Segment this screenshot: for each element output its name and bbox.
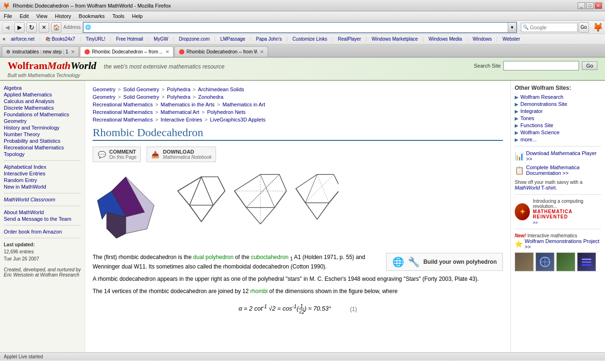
bookmark-winmedia[interactable]: Windows Media: [428, 36, 463, 42]
sidebar-link-geometry[interactable]: Geometry: [2, 118, 83, 124]
minimize-button[interactable]: _: [578, 2, 585, 9]
tab-instructables[interactable]: ⚙ instructables : new step : 1 ✕: [2, 46, 79, 57]
sidebar-link-history[interactable]: History and Terminology: [2, 124, 83, 131]
bookmark-hotmail[interactable]: Free Hotmail: [115, 36, 144, 42]
bc3-art[interactable]: Mathematics in Art: [223, 102, 265, 107]
bookmark-tinyurl[interactable]: TinyURL!: [85, 36, 106, 42]
rs-complete-link[interactable]: Complete Mathematica Documentation >>: [526, 165, 601, 176]
header-search-button[interactable]: Go: [582, 61, 597, 70]
tab-rhombic-active[interactable]: 🔴 Rhombic Dodecahedron -- from ... ✕: [80, 46, 173, 57]
bc2-solid[interactable]: Solid Geometry: [123, 94, 159, 100]
bookmark-winmarketplace[interactable]: Windows Marketplace: [371, 36, 419, 42]
menu-help[interactable]: Help: [130, 13, 145, 19]
bookmark-customize[interactable]: Customize Links: [292, 36, 328, 42]
sidebar-link-about[interactable]: About MathWorld: [2, 209, 83, 216]
tab-bar: ⚙ instructables : new step : 1 ✕ 🔴 Rhomb…: [0, 44, 605, 58]
link-rhombi[interactable]: rhombi: [251, 288, 268, 295]
bookmark-webster[interactable]: Webster: [501, 36, 521, 42]
rs-link-tones[interactable]: ▶ Tones: [515, 115, 601, 121]
bc3-rec[interactable]: Recreational Mathematics: [93, 102, 153, 107]
close-button[interactable]: ✕: [595, 2, 602, 9]
tab-rhombic2[interactable]: 🔴 Rhombic Dodecahedron -- from Wolfra...…: [174, 46, 268, 57]
refresh-button[interactable]: ↻: [26, 22, 37, 33]
main-content: Geometry > Solid Geometry > Polyhedra > …: [85, 81, 510, 352]
sidebar-link-calculus[interactable]: Calculus and Analysis: [2, 98, 83, 104]
rs-link-wolfram-science[interactable]: ▶ Wolfram Science: [515, 130, 601, 135]
search-go-button[interactable]: Go: [579, 22, 589, 33]
tab-rhombic-close[interactable]: ✕: [165, 49, 169, 54]
bc1-geometry[interactable]: Geometry: [93, 87, 115, 92]
bc2-zonohedra[interactable]: Zonohedra: [198, 94, 223, 100]
sidebar-link-message[interactable]: Send a Message to the Team: [2, 216, 83, 222]
sidebar-link-discrete[interactable]: Discrete Mathematics: [2, 104, 83, 111]
menu-edit[interactable]: Edit: [18, 13, 31, 19]
bc5-livegraphics[interactable]: LiveGraphics3D Applets: [210, 117, 265, 122]
rs-demos-link[interactable]: Wolfram Demonstrations Project >>: [525, 238, 601, 250]
rs-demos-link-row: ⭐ Wolfram Demonstrations Project >>: [515, 238, 601, 250]
bc2-polyhedra[interactable]: Polyhedra: [167, 94, 190, 100]
bc1-polyhedra[interactable]: Polyhedra: [167, 87, 190, 92]
home-button[interactable]: 🏠: [51, 22, 61, 33]
sidebar-link-recreational[interactable]: Recreational Mathematics: [2, 144, 83, 151]
link-dual-polyhedron[interactable]: dual polyhedron: [193, 254, 233, 260]
address-input[interactable]: http://mathworld.wolfram.com/RhombicDode…: [92, 23, 508, 32]
sidebar-link-classroom[interactable]: MathWorld Classroom: [2, 196, 83, 203]
bc4-nets[interactable]: Polyhedron Nets: [207, 109, 245, 115]
search-input[interactable]: [530, 23, 577, 32]
menu-file[interactable]: File: [2, 13, 14, 19]
download-button[interactable]: 📥 DOWNLOAD Mathematica Notebook: [147, 147, 216, 162]
bookmark-airforce[interactable]: airforce.net: [10, 36, 35, 42]
bc5-rec[interactable]: Recreational Mathematics: [93, 117, 153, 122]
sidebar-link-newinmw[interactable]: New in MathWorld: [2, 183, 83, 190]
rs-link-more[interactable]: ▶ more...: [515, 137, 601, 142]
header-search-input[interactable]: [503, 61, 579, 70]
rs-reinvented-link[interactable]: >>: [533, 220, 538, 225]
bookmark-realplayer[interactable]: RealPlayer: [337, 36, 362, 42]
rs-link-demonstrations[interactable]: ▶ Demonstrations Site: [515, 101, 601, 107]
sidebar-link-order[interactable]: Order book from Amazon: [2, 228, 83, 235]
sidebar-link-interactive[interactable]: Interactive Entries: [2, 170, 83, 177]
bookmark-dropzone[interactable]: Dropzone.com: [178, 36, 210, 42]
maximize-button[interactable]: □: [586, 2, 594, 9]
menu-tools[interactable]: Tools: [111, 13, 127, 19]
rs-tshirt-link[interactable]: MathWorld T-shirt.: [515, 185, 557, 191]
comment-button[interactable]: 💬 COMMENT On this Page: [93, 147, 141, 162]
menu-history[interactable]: History: [53, 13, 73, 19]
rs-link-integrator[interactable]: ▶ Integrator: [515, 108, 601, 114]
back-button[interactable]: ◀: [2, 22, 12, 33]
address-go-button[interactable]: ▼: [508, 23, 516, 32]
sidebar-link-alpha[interactable]: Alphabetical Index: [2, 164, 83, 170]
forward-button[interactable]: ▶: [14, 22, 25, 33]
bc5-interactive[interactable]: Interactive Entries: [161, 117, 202, 122]
build-banner: 🌐 🔧 Build your own polyhedron: [386, 253, 503, 271]
rs-link-functions[interactable]: ▶ Functions Site: [515, 122, 601, 128]
bc4-rec[interactable]: Recreational Mathematics: [93, 109, 153, 115]
bc1-solid[interactable]: Solid Geometry: [123, 87, 159, 92]
tab-instructables-close[interactable]: ✕: [71, 49, 75, 54]
bc4-mathart[interactable]: Mathematical Art: [161, 109, 199, 115]
rs-download-link[interactable]: Download Mathematica Player >>: [526, 150, 601, 162]
menu-view[interactable]: View: [35, 13, 50, 19]
sidebar-link-number[interactable]: Number Theory: [2, 131, 83, 138]
rs-link-wolfram-research[interactable]: ▶ Wolfram Research: [515, 94, 601, 100]
link-cuboctahedron[interactable]: cuboctahedron: [251, 254, 288, 260]
menu-bookmarks[interactable]: Bookmarks: [77, 13, 107, 19]
bc2-geometry[interactable]: Geometry: [93, 94, 115, 100]
sidebar-link-algebra[interactable]: Algebra: [2, 85, 83, 91]
bc3-arts[interactable]: Mathematics in the Arts: [161, 102, 215, 107]
bookmark-papajohns[interactable]: Papa John's: [255, 36, 283, 42]
bookmark-windows[interactable]: Windows: [472, 36, 493, 42]
tab-rhombic2-close[interactable]: ✕: [260, 49, 264, 54]
bookmark-lmpassage[interactable]: LMPassage: [219, 36, 246, 42]
bookmark-books24x7[interactable]: 📚 Books24x7: [44, 36, 76, 42]
sidebar-link-foundations[interactable]: Foundations of Mathematics: [2, 111, 83, 118]
sidebar-link-topology[interactable]: Topology: [2, 151, 83, 157]
formula-number: (1): [350, 306, 357, 312]
dodecahedron-colored: [93, 172, 159, 243]
sidebar-link-applied[interactable]: Applied Mathematics: [2, 91, 83, 98]
stop-button[interactable]: ✕: [39, 22, 49, 33]
bc1-archimedean[interactable]: Archimedean Solids: [198, 87, 244, 92]
bookmark-mygw[interactable]: MyGW: [153, 36, 169, 42]
sidebar-link-random[interactable]: Random Entry: [2, 177, 83, 183]
sidebar-link-probability[interactable]: Probability and Statistics: [2, 138, 83, 144]
